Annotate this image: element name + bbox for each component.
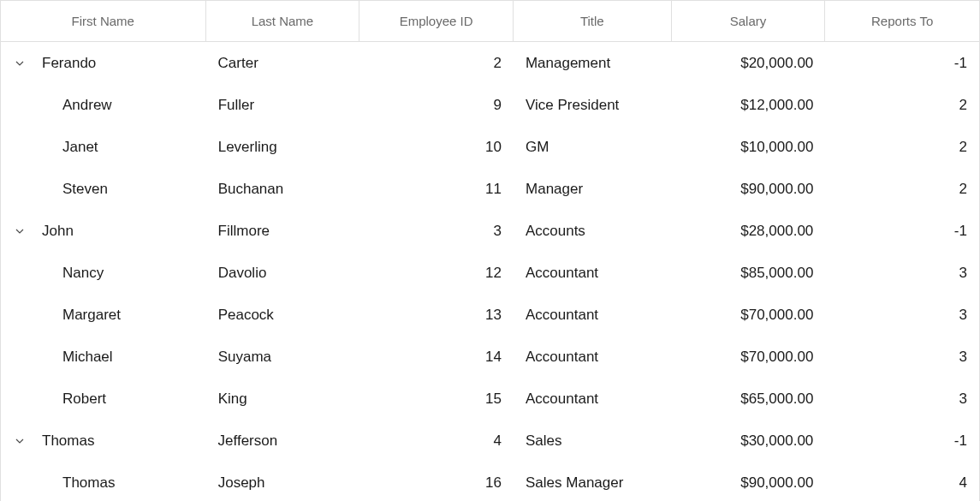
table-row[interactable]: AndrewFuller9Vice President$12,000.002 — [1, 84, 979, 126]
cell-title: GM — [514, 126, 672, 168]
cell-salary: $12,000.00 — [672, 84, 826, 126]
cell-title: Sales Manager — [514, 462, 672, 501]
cell-employee-id: 13 — [359, 294, 514, 336]
cell-employee-id: 11 — [359, 168, 514, 210]
cell-title: Manager — [514, 168, 672, 210]
cell-reports-to: 3 — [825, 336, 979, 378]
cell-title: Accountant — [514, 252, 672, 294]
header-last-name[interactable]: Last Name — [206, 1, 360, 41]
cell-last-name: Peacock — [206, 294, 360, 336]
first-name-text: Margaret — [62, 307, 121, 324]
cell-title: Accountant — [514, 294, 672, 336]
cell-first-name: Robert — [1, 378, 206, 420]
table-row[interactable]: FerandoCarter2Management$20,000.00-1 — [1, 42, 979, 84]
table-row[interactable]: JohnFillmore3Accounts$28,000.00-1 — [1, 210, 979, 252]
table-row[interactable]: MargaretPeacock13Accountant$70,000.003 — [1, 294, 979, 336]
cell-last-name: Fuller — [206, 84, 360, 126]
cell-last-name: Joseph — [206, 462, 360, 501]
table-row[interactable]: JanetLeverling10GM$10,000.002 — [1, 126, 979, 168]
first-name-text: Andrew — [62, 97, 112, 114]
first-name-text: Michael — [62, 349, 113, 366]
cell-last-name: Davolio — [206, 252, 360, 294]
cell-employee-id: 3 — [359, 210, 514, 252]
cell-first-name: Thomas — [1, 462, 206, 501]
header-first-name[interactable]: First Name — [1, 1, 206, 41]
cell-last-name: Buchanan — [206, 168, 360, 210]
table-row[interactable]: ThomasJoseph16Sales Manager$90,000.004 — [1, 462, 979, 501]
cell-title: Sales — [514, 420, 672, 462]
cell-salary: $90,000.00 — [672, 462, 826, 501]
cell-reports-to: 2 — [825, 168, 979, 210]
header-title[interactable]: Title — [514, 1, 672, 41]
cell-salary: $70,000.00 — [672, 294, 826, 336]
cell-salary: $65,000.00 — [672, 378, 826, 420]
cell-employee-id: 16 — [359, 462, 514, 501]
cell-reports-to: 3 — [825, 252, 979, 294]
cell-salary: $10,000.00 — [672, 126, 826, 168]
cell-employee-id: 9 — [359, 84, 514, 126]
cell-salary: $90,000.00 — [672, 168, 826, 210]
cell-salary: $85,000.00 — [672, 252, 826, 294]
table-row[interactable]: RobertKing15Accountant$65,000.003 — [1, 378, 979, 420]
table-row[interactable]: NancyDavolio12Accountant$85,000.003 — [1, 252, 979, 294]
cell-salary: $30,000.00 — [672, 420, 826, 462]
cell-reports-to: 2 — [825, 84, 979, 126]
cell-first-name: Michael — [1, 336, 206, 378]
cell-first-name: Thomas — [1, 420, 206, 462]
cell-last-name: Carter — [206, 42, 360, 84]
cell-employee-id: 2 — [359, 42, 514, 84]
cell-salary: $70,000.00 — [672, 336, 826, 378]
cell-first-name: Steven — [1, 168, 206, 210]
cell-first-name: Janet — [1, 126, 206, 168]
header-salary[interactable]: Salary — [672, 1, 826, 41]
cell-salary: $28,000.00 — [672, 210, 826, 252]
cell-title: Accounts — [514, 210, 672, 252]
cell-reports-to: -1 — [825, 210, 979, 252]
first-name-text: Steven — [62, 181, 108, 198]
cell-first-name: John — [1, 210, 206, 252]
table-row[interactable]: StevenBuchanan11Manager$90,000.002 — [1, 168, 979, 210]
tree-grid-body: FerandoCarter2Management$20,000.00-1Andr… — [1, 42, 979, 501]
first-name-text: Thomas — [62, 474, 115, 492]
cell-employee-id: 10 — [359, 126, 514, 168]
cell-last-name: Leverling — [206, 126, 360, 168]
cell-title: Accountant — [514, 378, 672, 420]
cell-reports-to: 4 — [825, 462, 979, 501]
chevron-down-icon[interactable] — [13, 224, 27, 238]
cell-last-name: Suyama — [206, 336, 360, 378]
cell-employee-id: 12 — [359, 252, 514, 294]
cell-title: Management — [514, 42, 672, 84]
first-name-text: Janet — [62, 139, 98, 156]
first-name-text: Ferando — [42, 55, 96, 72]
cell-last-name: King — [206, 378, 360, 420]
cell-reports-to: 3 — [825, 294, 979, 336]
cell-last-name: Jefferson — [206, 420, 360, 462]
header-employee-id[interactable]: Employee ID — [359, 1, 514, 41]
cell-salary: $20,000.00 — [672, 42, 826, 84]
employee-tree-grid[interactable]: First Name Last Name Employee ID Title S… — [0, 0, 980, 501]
cell-title: Accountant — [514, 336, 672, 378]
cell-reports-to: 3 — [825, 378, 979, 420]
first-name-text: John — [42, 223, 74, 240]
cell-reports-to: -1 — [825, 42, 979, 84]
cell-reports-to: -1 — [825, 420, 979, 462]
cell-first-name: Andrew — [1, 84, 206, 126]
cell-employee-id: 15 — [359, 378, 514, 420]
first-name-text: Thomas — [42, 432, 94, 450]
chevron-down-icon[interactable] — [13, 434, 27, 448]
cell-title: Vice President — [514, 84, 672, 126]
first-name-text: Nancy — [62, 265, 104, 282]
cell-employee-id: 14 — [359, 336, 514, 378]
header-row: First Name Last Name Employee ID Title S… — [1, 1, 979, 42]
cell-first-name: Margaret — [1, 294, 206, 336]
table-row[interactable]: ThomasJefferson4Sales$30,000.00-1 — [1, 420, 979, 462]
cell-first-name: Nancy — [1, 252, 206, 294]
table-row[interactable]: MichaelSuyama14Accountant$70,000.003 — [1, 336, 979, 378]
cell-first-name: Ferando — [1, 42, 206, 84]
cell-employee-id: 4 — [359, 420, 514, 462]
chevron-down-icon[interactable] — [13, 57, 27, 70]
header-reports-to[interactable]: Reports To — [825, 1, 979, 41]
cell-last-name: Fillmore — [206, 210, 360, 252]
cell-reports-to: 2 — [825, 126, 979, 168]
first-name-text: Robert — [62, 391, 106, 408]
